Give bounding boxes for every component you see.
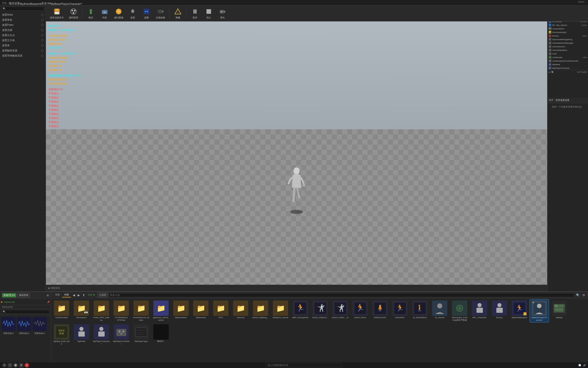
folder-ghost-samurai[interactable]: 📁 GhostSamurai_katana — [132, 300, 151, 322]
outliner-item-directional[interactable]: 💡 DirectionalLight — [547, 30, 588, 34]
folder-sword-fighting[interactable]: 📁 Sword_Fighting_... — [251, 300, 270, 322]
asset-my-player-controller-thumb — [114, 324, 129, 340]
cb-tab-content[interactable]: 内容 — [62, 293, 71, 297]
source-control-button[interactable]: 源码管理 — [67, 6, 80, 20]
mode-button[interactable]: 模式 — [84, 6, 97, 20]
left-search-input[interactable] — [2, 7, 44, 11]
asset-enemy[interactable]: Enemy — [490, 300, 509, 322]
asset-my-player-character[interactable]: MyPlayerCharacter — [92, 323, 111, 346]
cinematics-button[interactable]: 过场动画 — [154, 6, 167, 20]
folder-weapons-woosh[interactable]: 📁 Weapons_woosh — [271, 300, 290, 322]
search-button[interactable]: 🔍 — [575, 293, 581, 297]
tab-player[interactable]: MyBasePlayerCharacter* — [51, 2, 82, 5]
tab-settings[interactable]: 项目设置 — [9, 2, 20, 5]
sound-item-dance02[interactable]: 挥舞音效02 — [2, 317, 16, 335]
pause-button[interactable]: 暂停 — [189, 6, 201, 20]
left-item-pawn[interactable]: 放置Pawn — [0, 22, 46, 28]
left-item-role[interactable]: 放置角色 — [0, 17, 46, 22]
menu-area[interactable]: 开始 — [0, 1, 9, 5]
asset-ai-human[interactable]: Ai_Human — [430, 300, 449, 322]
content-expand-btn[interactable]: ⊞ — [47, 294, 49, 297]
status-icon-2[interactable]: ⬡ — [8, 363, 12, 367]
sound-item-dance04[interactable]: 挥舞音效04 — [33, 317, 47, 335]
build-button[interactable]: ! 构建 — [172, 6, 184, 20]
folder-closecombat[interactable]: 📁 CloseCombat — [52, 300, 71, 322]
add-import-button[interactable]: 添加/导入▾ — [2, 293, 16, 297]
details-tab1[interactable]: 细节 — [549, 99, 554, 102]
blueprint-button[interactable]: 蓝图 — [140, 6, 153, 20]
left-item-solid[interactable]: 放置立方体 — [0, 38, 46, 43]
asset-my-base-player[interactable]: ★ MyBasePlayerCharacter — [530, 300, 549, 322]
outliner-item-gamestate[interactable]: G GameStateBase — [547, 48, 588, 52]
tab-anim[interactable]: MyAnimBlueprint — [20, 2, 41, 5]
content-button[interactable]: 内容 — [98, 6, 111, 20]
outliner-item-bp-sky[interactable]: 🔵 BP_Sky_Sphere Came — [547, 23, 588, 27]
asset-my-player-type[interactable]: MyPlayerType — [132, 323, 151, 346]
left-item-light[interactable]: 放置光源 — [0, 28, 46, 33]
folder-japanese-sword[interactable]: 📁 japanese_sword_action — [152, 300, 170, 322]
save-current-button[interactable]: 保存当前关卡 — [48, 6, 66, 20]
asset-walk-sound[interactable]: 脚步声... — [152, 323, 170, 346]
asset-my-map-built[interactable]: 表格建数据 MyMap_Built_Data — [52, 323, 71, 346]
global-search-input[interactable] — [265, 363, 342, 367]
outliner-item-gizmo[interactable]: ⊕ LandscapeGizmoActiveActor — [547, 59, 588, 63]
sound-item-dance03[interactable]: 挥舞音效03 — [17, 317, 31, 335]
content-settings-button[interactable]: ⚙ — [582, 293, 586, 297]
folder-frank-rpg[interactable]: 📁 Frank_RPG_Katana — [92, 300, 111, 322]
status-icon-1[interactable]: ⊙ — [2, 363, 7, 367]
settings-button[interactable]: 设置 — [126, 6, 139, 20]
folder-developers[interactable]: 📁 🕶 Developers — [72, 300, 91, 322]
asset-bpl-character[interactable]: BPL_Character — [470, 300, 489, 322]
nav-forward-button[interactable]: ▶ — [77, 293, 81, 297]
left-item-trigger-sphere[interactable]: 放置球体触发发器 — [0, 53, 46, 58]
save-all-button[interactable]: 保存所有 — [17, 293, 30, 298]
cb-tab-resources[interactable]: 资源 — [53, 293, 62, 297]
status-icon-5[interactable]: ● — [24, 363, 29, 367]
asset-action-run[interactable]: 🏃 ActionRun — [390, 300, 409, 322]
outliner-item-camera[interactable]: 📷 CameraActor — [547, 27, 588, 30]
asset-my-player-controller[interactable]: MyPlayerController — [112, 323, 131, 346]
content-toolbar: 资源 内容 ◀ ▶ ⬆ 内容 ▶ 过滤器 🔍 ⚙ — [51, 292, 588, 298]
status-icon-4[interactable]: ⚙ — [19, 363, 23, 367]
asset-my-anim-blueprint[interactable]: 🏃 A MyAnimBlueprint — [510, 300, 529, 322]
outliner-item-mymode[interactable]: M MyMode — [547, 63, 588, 66]
left-item-spawn[interactable]: 放置出生点 — [0, 33, 46, 38]
sound-search-input[interactable] — [2, 310, 49, 314]
outliner-item-gamenet[interactable]: N GameNetworkManager — [547, 41, 588, 45]
asset-ai-action-move[interactable]: 🚶 AI_ActionMove — [410, 300, 429, 322]
details-tab2[interactable]: 世界场景设置 — [556, 99, 569, 102]
asset-action-crouch[interactable]: 🧍 ActionCrouch — [371, 300, 389, 322]
outliner-item-landscape[interactable]: L Landscape Land — [547, 55, 588, 59]
filter-button[interactable]: 过滤器 — [97, 293, 108, 297]
asset-my-map[interactable]: MyMap — [550, 300, 569, 322]
outliner-item-gamesession[interactable]: S GameSession — [547, 45, 588, 48]
folder-rpg[interactable]: 📁 RPG — [211, 300, 230, 322]
asset-action-defence[interactable]: 🤺 Action_Defence... — [311, 300, 330, 322]
left-item-body[interactable]: 放置体 — [0, 43, 46, 48]
outliner-item-hud[interactable]: H HUD — [547, 52, 588, 55]
nav-back-button[interactable]: ◀ — [72, 293, 76, 297]
asset-action-move[interactable]: 🏃 Action_Move — [351, 300, 370, 322]
asset-attenuation-foot[interactable]: Attenuation_Foot Step踏步声衰减 — [450, 300, 469, 322]
viewport[interactable]: 914.30127 humber of sprint click: 0 Keep… — [46, 21, 547, 291]
outliner-item-myplayer[interactable]: P MyPlayerCharacter — [547, 66, 588, 70]
marketplace-button[interactable]: U 虚幻商城 — [112, 6, 125, 20]
folder-samurai[interactable]: 📁 Samurai — [231, 300, 250, 322]
folder-my-animation[interactable]: 📁 MyAnimation — [172, 300, 190, 322]
left-item-actor[interactable]: 放置Actor — [0, 12, 46, 17]
status-icon-3[interactable]: U — [13, 363, 18, 367]
my-sounds-folder[interactable]: MySounds — [4, 301, 15, 303]
nav-up-button[interactable]: ⬆ — [82, 293, 86, 297]
asset-action-defence-r[interactable]: 🤺 Action_Defen..._R — [331, 300, 350, 322]
tab-attack[interactable]: 攻击:04 — [41, 2, 51, 5]
left-item-trigger-box[interactable]: 放置触发发器 — [0, 48, 46, 53]
launch-button[interactable]: 弹出 — [216, 6, 229, 20]
asset-my-mode[interactable]: MyMode — [72, 323, 91, 346]
stop-button[interactable]: 停止 — [202, 6, 215, 20]
folder-my-sounds[interactable]: 📁 MySounds — [191, 300, 210, 322]
folder-fxvilles[interactable]: 📁 FXVillesBlood VFXPack — [112, 300, 131, 322]
outliner-item-enemy[interactable]: E Enemy Expo — [547, 34, 588, 38]
outliner-item-expfog[interactable]: F ExponentialHeightFog — [547, 38, 588, 41]
asset-abp-enemy[interactable]: 🏃 ABP_EnemyAnim — [291, 300, 310, 322]
content-search-input[interactable] — [109, 293, 574, 297]
